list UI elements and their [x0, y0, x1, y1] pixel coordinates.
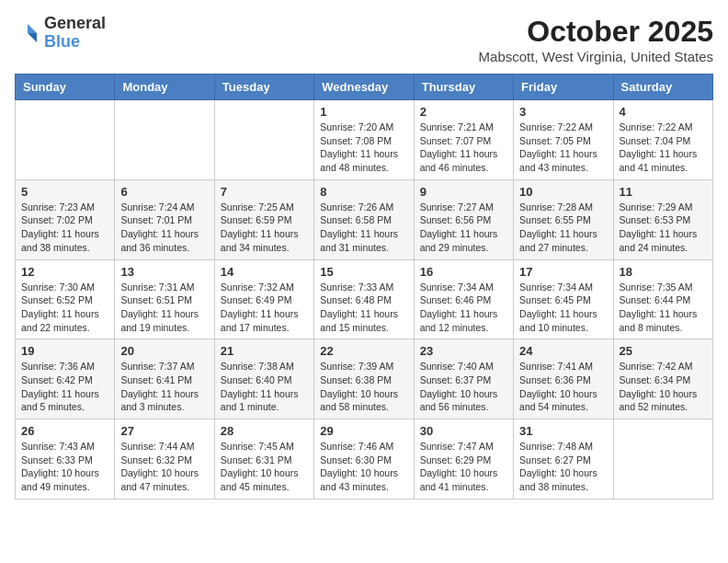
calendar-cell: 24Sunrise: 7:41 AM Sunset: 6:36 PM Dayli… — [514, 339, 613, 419]
location: Mabscott, West Virginia, United States — [479, 49, 713, 64]
calendar-cell: 29Sunrise: 7:46 AM Sunset: 6:30 PM Dayli… — [314, 419, 414, 500]
day-info: Sunrise: 7:38 AM Sunset: 6:40 PM Dayligh… — [221, 360, 308, 414]
day-number: 19 — [21, 344, 108, 358]
calendar-week-row: 12Sunrise: 7:30 AM Sunset: 6:52 PM Dayli… — [16, 259, 713, 339]
weekday-row: SundayMondayTuesdayWednesdayThursdayFrid… — [16, 75, 713, 100]
weekday-header-friday: Friday — [514, 75, 613, 100]
calendar-cell: 20Sunrise: 7:37 AM Sunset: 6:41 PM Dayli… — [115, 339, 214, 419]
day-number: 22 — [320, 344, 407, 358]
day-info: Sunrise: 7:27 AM Sunset: 6:56 PM Dayligh… — [420, 201, 507, 255]
day-number: 20 — [120, 344, 208, 358]
day-info: Sunrise: 7:41 AM Sunset: 6:36 PM Dayligh… — [519, 360, 607, 414]
title-block: October 2025 Mabscott, West Virginia, Un… — [479, 15, 713, 64]
calendar-cell: 16Sunrise: 7:34 AM Sunset: 6:46 PM Dayli… — [414, 259, 513, 339]
weekday-header-wednesday: Wednesday — [314, 75, 414, 100]
logo-general-text: General — [44, 15, 106, 33]
calendar-cell: 6Sunrise: 7:24 AM Sunset: 7:01 PM Daylig… — [115, 179, 214, 259]
day-number: 23 — [420, 344, 507, 358]
day-number: 26 — [21, 424, 108, 438]
calendar-cell: 3Sunrise: 7:22 AM Sunset: 7:05 PM Daylig… — [514, 100, 613, 180]
day-number: 4 — [620, 105, 707, 119]
calendar-cell — [613, 419, 712, 500]
svg-marker-0 — [28, 24, 37, 33]
day-number: 15 — [320, 265, 407, 279]
weekday-header-monday: Monday — [115, 75, 214, 100]
day-info: Sunrise: 7:30 AM Sunset: 6:52 PM Dayligh… — [21, 281, 108, 335]
calendar-cell: 28Sunrise: 7:45 AM Sunset: 6:31 PM Dayli… — [214, 419, 313, 500]
day-info: Sunrise: 7:22 AM Sunset: 7:05 PM Dayligh… — [519, 121, 607, 175]
day-info: Sunrise: 7:32 AM Sunset: 6:49 PM Dayligh… — [221, 281, 308, 335]
day-number: 25 — [620, 344, 707, 358]
logo-icon — [15, 20, 40, 46]
calendar-cell: 13Sunrise: 7:31 AM Sunset: 6:51 PM Dayli… — [115, 259, 214, 339]
day-number: 12 — [21, 265, 108, 279]
day-number: 3 — [519, 105, 607, 119]
day-info: Sunrise: 7:21 AM Sunset: 7:07 PM Dayligh… — [420, 121, 507, 175]
day-number: 7 — [221, 185, 308, 199]
day-number: 6 — [120, 185, 208, 199]
svg-marker-1 — [28, 33, 37, 42]
day-number: 16 — [420, 265, 507, 279]
calendar-cell: 23Sunrise: 7:40 AM Sunset: 6:37 PM Dayli… — [414, 339, 513, 419]
calendar-week-row: 1Sunrise: 7:20 AM Sunset: 7:08 PM Daylig… — [16, 100, 713, 180]
calendar-week-row: 5Sunrise: 7:23 AM Sunset: 7:02 PM Daylig… — [16, 179, 713, 259]
calendar-cell — [16, 100, 115, 180]
day-info: Sunrise: 7:33 AM Sunset: 6:48 PM Dayligh… — [320, 281, 407, 335]
calendar-cell: 1Sunrise: 7:20 AM Sunset: 7:08 PM Daylig… — [314, 100, 414, 180]
day-info: Sunrise: 7:34 AM Sunset: 6:46 PM Dayligh… — [420, 281, 507, 335]
day-info: Sunrise: 7:48 AM Sunset: 6:27 PM Dayligh… — [519, 440, 607, 494]
logo: General Blue — [15, 15, 106, 52]
day-number: 28 — [221, 424, 308, 438]
calendar-cell: 9Sunrise: 7:27 AM Sunset: 6:56 PM Daylig… — [414, 179, 513, 259]
day-number: 14 — [221, 265, 308, 279]
calendar-cell: 4Sunrise: 7:22 AM Sunset: 7:04 PM Daylig… — [613, 100, 712, 180]
day-info: Sunrise: 7:43 AM Sunset: 6:33 PM Dayligh… — [21, 440, 108, 494]
calendar-week-row: 19Sunrise: 7:36 AM Sunset: 6:42 PM Dayli… — [16, 339, 713, 419]
page-header: General Blue October 2025 Mabscott, West… — [15, 15, 713, 64]
day-number: 9 — [420, 185, 507, 199]
calendar-cell: 8Sunrise: 7:26 AM Sunset: 6:58 PM Daylig… — [314, 179, 414, 259]
day-info: Sunrise: 7:39 AM Sunset: 6:38 PM Dayligh… — [320, 360, 407, 414]
day-info: Sunrise: 7:37 AM Sunset: 6:41 PM Dayligh… — [120, 360, 208, 414]
day-number: 30 — [420, 424, 507, 438]
day-info: Sunrise: 7:44 AM Sunset: 6:32 PM Dayligh… — [120, 440, 208, 494]
day-number: 18 — [620, 265, 707, 279]
calendar-cell: 21Sunrise: 7:38 AM Sunset: 6:40 PM Dayli… — [214, 339, 313, 419]
logo-blue-text: Blue — [44, 33, 106, 52]
day-info: Sunrise: 7:25 AM Sunset: 6:59 PM Dayligh… — [221, 201, 308, 255]
calendar-cell: 15Sunrise: 7:33 AM Sunset: 6:48 PM Dayli… — [314, 259, 414, 339]
calendar-cell: 11Sunrise: 7:29 AM Sunset: 6:53 PM Dayli… — [613, 179, 712, 259]
day-number: 29 — [320, 424, 407, 438]
calendar-cell: 25Sunrise: 7:42 AM Sunset: 6:34 PM Dayli… — [613, 339, 712, 419]
day-number: 27 — [120, 424, 208, 438]
day-info: Sunrise: 7:22 AM Sunset: 7:04 PM Dayligh… — [620, 121, 707, 175]
day-info: Sunrise: 7:45 AM Sunset: 6:31 PM Dayligh… — [221, 440, 308, 494]
day-info: Sunrise: 7:47 AM Sunset: 6:29 PM Dayligh… — [420, 440, 507, 494]
calendar-cell: 30Sunrise: 7:47 AM Sunset: 6:29 PM Dayli… — [414, 419, 513, 500]
day-info: Sunrise: 7:46 AM Sunset: 6:30 PM Dayligh… — [320, 440, 407, 494]
day-info: Sunrise: 7:26 AM Sunset: 6:58 PM Dayligh… — [320, 201, 407, 255]
calendar-week-row: 26Sunrise: 7:43 AM Sunset: 6:33 PM Dayli… — [16, 419, 713, 500]
day-number: 2 — [420, 105, 507, 119]
calendar-cell: 5Sunrise: 7:23 AM Sunset: 7:02 PM Daylig… — [16, 179, 115, 259]
calendar-cell — [115, 100, 214, 180]
day-number: 1 — [320, 105, 407, 119]
calendar-cell: 19Sunrise: 7:36 AM Sunset: 6:42 PM Dayli… — [16, 339, 115, 419]
day-number: 13 — [120, 265, 208, 279]
day-number: 31 — [519, 424, 607, 438]
day-number: 10 — [519, 185, 607, 199]
calendar-cell: 17Sunrise: 7:34 AM Sunset: 6:45 PM Dayli… — [514, 259, 613, 339]
calendar-cell: 26Sunrise: 7:43 AM Sunset: 6:33 PM Dayli… — [16, 419, 115, 500]
calendar-cell: 2Sunrise: 7:21 AM Sunset: 7:07 PM Daylig… — [414, 100, 513, 180]
calendar-cell: 10Sunrise: 7:28 AM Sunset: 6:55 PM Dayli… — [514, 179, 613, 259]
day-info: Sunrise: 7:42 AM Sunset: 6:34 PM Dayligh… — [620, 360, 707, 414]
weekday-header-saturday: Saturday — [613, 75, 712, 100]
day-info: Sunrise: 7:36 AM Sunset: 6:42 PM Dayligh… — [21, 360, 108, 414]
day-number: 24 — [519, 344, 607, 358]
day-info: Sunrise: 7:24 AM Sunset: 7:01 PM Dayligh… — [120, 201, 208, 255]
day-info: Sunrise: 7:23 AM Sunset: 7:02 PM Dayligh… — [21, 201, 108, 255]
day-info: Sunrise: 7:35 AM Sunset: 6:44 PM Dayligh… — [620, 281, 707, 335]
day-number: 17 — [519, 265, 607, 279]
weekday-header-tuesday: Tuesday — [214, 75, 313, 100]
calendar-cell — [214, 100, 313, 180]
